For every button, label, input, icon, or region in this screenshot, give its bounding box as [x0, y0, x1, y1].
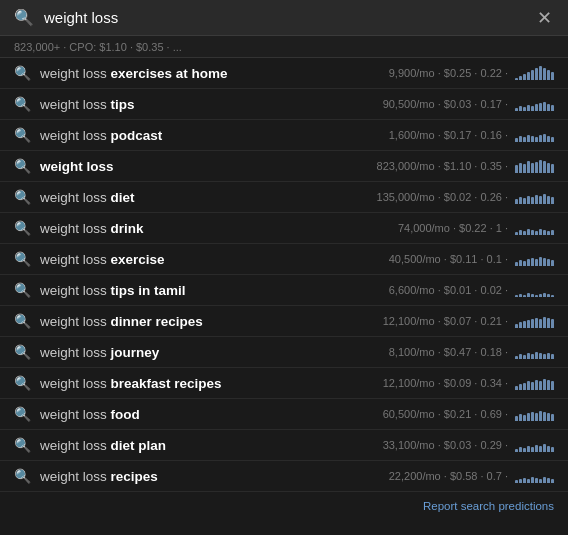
search-icon: 🔍	[14, 8, 34, 27]
suggestion-meta: 60,500/mo · $0.21 · 0.69 ·	[383, 407, 554, 421]
list-item[interactable]: 🔍weight loss tips90,500/mo · $0.03 · 0.1…	[0, 89, 568, 120]
suggestion-text: weight loss journey	[40, 345, 379, 360]
search-icon: 🔍	[14, 344, 30, 360]
bar-chart	[515, 128, 554, 142]
search-icon: 🔍	[14, 406, 30, 422]
suggestion-text: weight loss tips	[40, 97, 373, 112]
search-icon: 🔍	[14, 158, 30, 174]
bar-chart	[515, 252, 554, 266]
suggestion-meta: 135,000/mo · $0.02 · 0.26 ·	[377, 190, 554, 204]
bar-chart	[515, 159, 554, 173]
suggestion-text: weight loss podcast	[40, 128, 379, 143]
bar-chart	[515, 97, 554, 111]
suggestion-meta: 33,100/mo · $0.03 · 0.29 ·	[383, 438, 554, 452]
search-icon: 🔍	[14, 96, 30, 112]
list-item[interactable]: 🔍weight loss diet plan33,100/mo · $0.03 …	[0, 430, 568, 461]
bar-chart	[515, 283, 554, 297]
bar-chart	[515, 376, 554, 390]
suggestion-meta: 12,100/mo · $0.07 · 0.21 ·	[383, 314, 554, 328]
suggestion-meta: 6,600/mo · $0.01 · 0.02 ·	[389, 283, 554, 297]
search-icon: 🔍	[14, 189, 30, 205]
suggestion-meta: 1,600/mo · $0.17 · 0.16 ·	[389, 128, 554, 142]
bar-chart	[515, 314, 554, 328]
search-icon: 🔍	[14, 375, 30, 391]
suggestion-meta: 823,000/mo · $1.10 · 0.35 ·	[377, 159, 554, 173]
top-bar: 823,000+ · CPO: $1.10 · $0.35 · ...	[0, 36, 568, 58]
list-item[interactable]: 🔍weight loss breakfast recipes12,100/mo …	[0, 368, 568, 399]
suggestion-meta: 40,500/mo · $0.11 · 0.1 ·	[389, 252, 554, 266]
list-item[interactable]: 🔍weight loss823,000/mo · $1.10 · 0.35 ·	[0, 151, 568, 182]
report-link[interactable]: Report search predictions	[0, 492, 568, 520]
clear-button[interactable]: ✕	[535, 9, 554, 27]
suggestion-text: weight loss breakfast recipes	[40, 376, 373, 391]
search-icon: 🔍	[14, 65, 30, 81]
search-icon: 🔍	[14, 127, 30, 143]
suggestion-list: 🔍weight loss exercises at home9,900/mo ·…	[0, 58, 568, 492]
suggestion-text: weight loss exercise	[40, 252, 379, 267]
list-item[interactable]: 🔍weight loss exercise40,500/mo · $0.11 ·…	[0, 244, 568, 275]
search-icon: 🔍	[14, 282, 30, 298]
list-item[interactable]: 🔍weight loss recipes22,200/mo · $0.58 · …	[0, 461, 568, 492]
bar-chart	[515, 345, 554, 359]
list-item[interactable]: 🔍weight loss tips in tamil6,600/mo · $0.…	[0, 275, 568, 306]
suggestion-meta: 12,100/mo · $0.09 · 0.34 ·	[383, 376, 554, 390]
bar-chart	[515, 190, 554, 204]
suggestion-meta: 22,200/mo · $0.58 · 0.7 ·	[389, 469, 554, 483]
list-item[interactable]: 🔍weight loss podcast1,600/mo · $0.17 · 0…	[0, 120, 568, 151]
suggestion-text: weight loss food	[40, 407, 373, 422]
suggestion-meta: 9,900/mo · $0.25 · 0.22 ·	[389, 66, 554, 80]
bar-chart	[515, 66, 554, 80]
list-item[interactable]: 🔍weight loss diet135,000/mo · $0.02 · 0.…	[0, 182, 568, 213]
bar-chart	[515, 407, 554, 421]
suggestion-meta: 8,100/mo · $0.47 · 0.18 ·	[389, 345, 554, 359]
bar-chart	[515, 438, 554, 452]
search-icon: 🔍	[14, 313, 30, 329]
search-input[interactable]	[44, 9, 525, 26]
search-icon: 🔍	[14, 251, 30, 267]
search-icon: 🔍	[14, 468, 30, 484]
suggestion-text: weight loss diet plan	[40, 438, 373, 453]
list-item[interactable]: 🔍weight loss exercises at home9,900/mo ·…	[0, 58, 568, 89]
list-item[interactable]: 🔍weight loss journey8,100/mo · $0.47 · 0…	[0, 337, 568, 368]
suggestion-meta: 90,500/mo · $0.03 · 0.17 ·	[383, 97, 554, 111]
search-icon: 🔍	[14, 220, 30, 236]
list-item[interactable]: 🔍weight loss drink74,000/mo · $0.22 · 1 …	[0, 213, 568, 244]
bar-chart	[515, 221, 554, 235]
list-item[interactable]: 🔍weight loss food60,500/mo · $0.21 · 0.6…	[0, 399, 568, 430]
suggestion-text: weight loss exercises at home	[40, 66, 379, 81]
suggestion-text: weight loss tips in tamil	[40, 283, 379, 298]
suggestion-text: weight loss drink	[40, 221, 388, 236]
suggestion-meta: 74,000/mo · $0.22 · 1 ·	[398, 221, 554, 235]
search-bar: 🔍 ✕	[0, 0, 568, 36]
bar-chart	[515, 469, 554, 483]
suggestion-text: weight loss diet	[40, 190, 367, 205]
search-icon: 🔍	[14, 437, 30, 453]
suggestion-text: weight loss dinner recipes	[40, 314, 373, 329]
suggestion-text: weight loss recipes	[40, 469, 379, 484]
list-item[interactable]: 🔍weight loss dinner recipes12,100/mo · $…	[0, 306, 568, 337]
suggestion-text: weight loss	[40, 159, 367, 174]
